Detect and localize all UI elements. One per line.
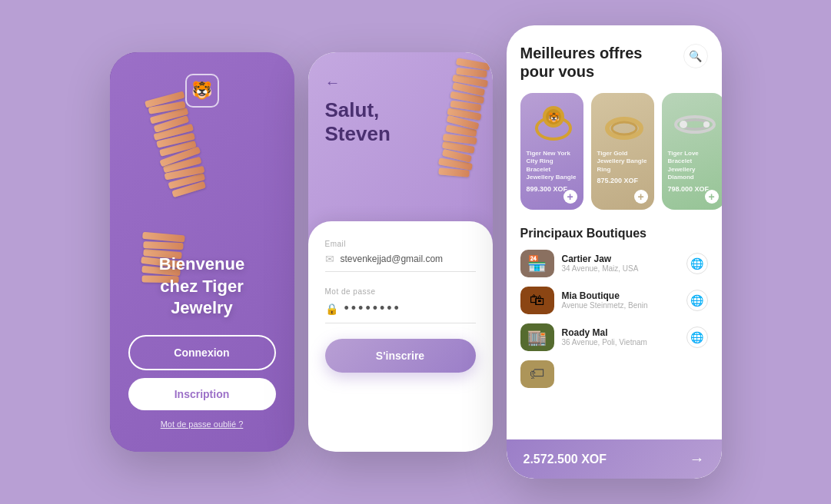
email-label: Email [325,240,476,248]
boutique-item-1[interactable]: 🏪 Cartier Jaw 34 Avenue, Maiz, USA 🌐 [520,250,708,277]
shop-header: Meilleures offres pour vous 🔍 [520,44,708,81]
boutique-store-icon-3: 🏬 [527,328,547,346]
product-name-3: Tiger Love Bracelet Jewellery Diamond [668,150,719,182]
welcome-title: Bienvenue chez Tiger Jewelry [128,254,276,320]
product-name-2: Tiger Gold Jewellery Bangle Ring [597,150,648,174]
search-button[interactable]: 🔍 [683,44,708,68]
product-card-1[interactable]: 🐯 Tiger New York City Ring Bracelet Jewe… [520,93,583,210]
boutique-globe-button-2[interactable]: 🌐 [686,290,708,311]
greeting-line2: Steven [325,122,391,145]
boutique-store-icon-4: 🏷 [530,365,545,383]
boutique-info-1: Cartier Jaw 34 Avenue, Maiz, USA [562,254,679,273]
screen1-content: Bienvenue chez Tiger Jewelry Connexion I… [110,254,294,452]
checkout-arrow-button[interactable]: → [690,450,705,468]
forgot-password-link[interactable]: Mot de passe oublié ? [128,419,276,429]
product-add-button-3[interactable]: + [705,190,719,204]
product-price-2: 875.200 XOF [597,177,648,184]
screen-login: ← Salut, Steven [308,52,493,452]
shop-section-title: Meilleures offres pour vous [520,44,643,81]
search-icon: 🔍 [689,50,702,62]
boutique-item-2[interactable]: 🛍 Mia Boutique Avenue Steinmetz, Benin 🌐 [520,287,708,314]
connexion-button[interactable]: Connexion [128,335,276,370]
boutiques-title: Principaux Boutiques [520,227,708,240]
boutique-image-1: 🏪 [520,250,554,277]
total-price: 2.572.500 XOF [524,453,607,466]
lock-icon: 🔒 [325,303,338,315]
email-icon: ✉ [325,253,334,265]
boutique-image-2: 🛍 [520,287,554,314]
boutique-address-3: 36 Avenue, Poli, Vietnam [562,338,679,346]
boutique-image-4: 🏷 [520,360,554,388]
product-add-button-2[interactable]: + [634,190,648,204]
shop-footer: 2.572.500 XOF → [507,439,722,479]
inscription-button[interactable]: Inscription [128,378,276,410]
boutique-name-3: Roady Mal [562,327,679,338]
product-image-2 [597,99,651,145]
login-form-card: Email ✉ stevenkejjad@gmail.com Mot de pa… [308,221,493,452]
boutique-image-3: 🏬 [520,323,554,351]
svg-point-9 [703,121,710,128]
product-card-2[interactable]: Tiger Gold Jewellery Bangle Ring 875.200… [591,93,654,210]
screens-container: 🐯 [95,10,737,494]
password-input[interactable]: •••••••• [344,300,476,317]
email-input[interactable]: stevenkejjad@gmail.com [341,254,476,264]
product-name-1: Tiger New York City Ring Bracelet Jewell… [527,150,577,182]
boutique-address-2: Avenue Steinmetz, Benin [562,301,679,310]
product-image-1: 🐯 [527,99,580,145]
password-label: Mot de passe [325,287,476,296]
greeting-text: Salut, Steven [325,98,391,146]
product-add-button-1[interactable]: + [563,190,577,204]
greeting-line1: Salut, [325,98,380,121]
product-card-3[interactable]: Tiger Love Bracelet Jewellery Diamond 79… [662,93,722,210]
boutique-name-1: Cartier Jaw [562,254,679,264]
boutique-store-icon-2: 🛍 [530,291,545,309]
boutique-globe-button-1[interactable]: 🌐 [686,253,708,274]
boutique-name-2: Mia Boutique [562,290,679,301]
svg-point-8 [680,121,687,128]
boutique-address-1: 34 Avenue, Maiz, USA [562,264,679,273]
boutique-info-3: Roady Mal 36 Avenue, Poli, Vietnam [562,327,679,346]
screen-shop: Meilleures offres pour vous 🔍 🐯 [507,25,722,479]
tiger-logo: 🐯 [185,74,219,108]
email-field-row: ✉ stevenkejjad@gmail.com [325,253,476,272]
back-button[interactable]: ← [325,74,341,91]
boutique-globe-button-3[interactable]: 🌐 [686,327,708,348]
tiger-icon: 🐯 [191,81,212,101]
sinscrire-button[interactable]: S'inscrire [325,339,476,373]
boutique-item-4[interactable]: 🏷 [520,360,708,388]
products-row: 🐯 Tiger New York City Ring Bracelet Jewe… [520,93,708,210]
shop-inner: Meilleures offres pour vous 🔍 🐯 [507,25,722,479]
boutique-info-2: Mia Boutique Avenue Steinmetz, Benin [562,290,679,310]
svg-text:🐯: 🐯 [547,111,559,123]
product-image-3 [668,99,722,145]
boutique-store-icon-1: 🏪 [527,254,547,273]
boutique-item-3[interactable]: 🏬 Roady Mal 36 Avenue, Poli, Vietnam 🌐 [520,323,708,351]
svg-point-5 [612,122,637,134]
screen-welcome: 🐯 [110,52,294,452]
password-field-row: 🔒 •••••••• [325,300,476,323]
